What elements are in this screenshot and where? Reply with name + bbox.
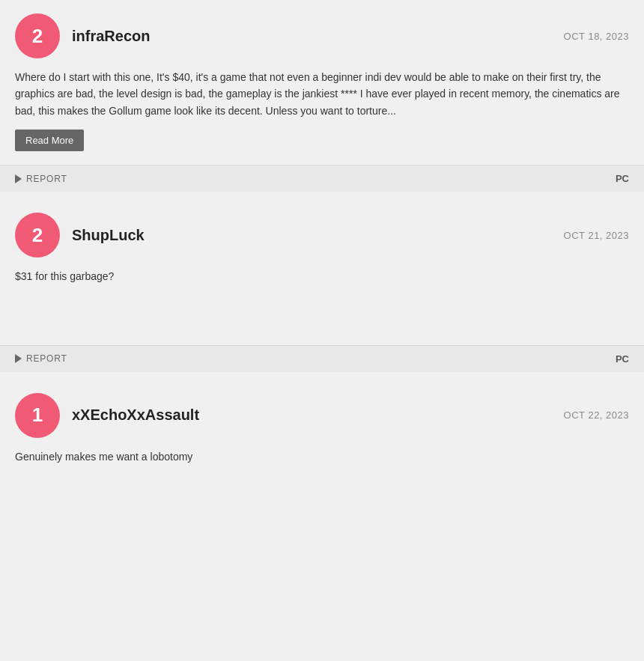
- review-body-3: Genuinely makes me want a lobotomy: [15, 448, 629, 465]
- review-header-left-3: 1 xXEchoXxAssault: [15, 393, 199, 438]
- report-label-2: REPORT: [26, 353, 67, 364]
- review-header-1: 2 infraRecon Oct 18, 2023: [15, 13, 629, 58]
- review-date-2: Oct 21, 2023: [564, 230, 629, 241]
- review-card-1: 2 infraRecon Oct 18, 2023 Where do I sta…: [0, 0, 644, 165]
- review-body-2: $31 for this garbage?: [15, 268, 629, 284]
- divider-2: [0, 372, 644, 380]
- read-more-button-1[interactable]: Read More: [15, 130, 84, 151]
- report-icon-1: [15, 174, 22, 183]
- report-link-1[interactable]: REPORT: [15, 174, 67, 184]
- review-header-3: 1 xXEchoXxAssault Oct 22, 2023: [15, 393, 629, 438]
- report-label-1: REPORT: [26, 174, 67, 184]
- reviewer-name-3: xXEchoXxAssault: [72, 406, 199, 424]
- review-body-1: Where do I start with this one, It's $40…: [15, 69, 629, 119]
- reviewer-name-2: ShupLuck: [72, 227, 145, 244]
- review-card-3: 1 xXEchoXxAssault Oct 22, 2023 Genuinely…: [0, 380, 644, 465]
- avatar-2: 2: [15, 213, 60, 258]
- review-footer-2: REPORT PC: [0, 345, 644, 372]
- report-icon-2: [15, 354, 22, 363]
- avatar-1: 2: [15, 13, 60, 58]
- review-header-left-1: 2 infraRecon: [15, 13, 150, 58]
- reviewer-name-1: infraRecon: [72, 28, 150, 45]
- review-footer-1: REPORT PC: [0, 165, 644, 192]
- platform-label-2: PC: [616, 353, 629, 365]
- divider-1: [0, 192, 644, 199]
- review-card-2: 2 ShupLuck Oct 21, 2023 $31 for this gar…: [0, 199, 644, 284]
- avatar-3: 1: [15, 393, 60, 438]
- review-header-2: 2 ShupLuck Oct 21, 2023: [15, 213, 629, 258]
- report-link-2[interactable]: REPORT: [15, 353, 67, 364]
- review-header-left-2: 2 ShupLuck: [15, 213, 145, 258]
- platform-label-1: PC: [616, 173, 629, 184]
- review-date-1: Oct 18, 2023: [564, 31, 629, 42]
- review-date-3: Oct 22, 2023: [564, 409, 629, 421]
